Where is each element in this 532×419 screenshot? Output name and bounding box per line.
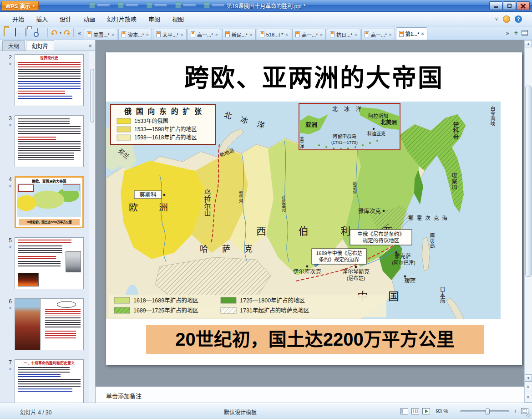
zoom-in-button[interactable]: + <box>512 408 518 414</box>
document-tab-active[interactable]: 第1...*× <box>396 27 427 40</box>
document-tab-label: 太平...* <box>162 31 178 38</box>
zoom-slider[interactable] <box>460 410 509 412</box>
label-nerchinsk: 涅尔琴斯克 <box>342 268 370 275</box>
thumb-text-lines <box>18 245 62 255</box>
slide-number: 5 <box>9 237 12 244</box>
menu-view[interactable]: 视图 <box>166 12 190 26</box>
document-tab[interactable]: 新民...*× <box>222 29 256 40</box>
slide-thumbnail-row-3[interactable]: 3 ★ <box>0 115 89 167</box>
tab-close-icon[interactable]: × <box>421 31 424 36</box>
slide-thumbnail-row-5[interactable]: 5 ★ <box>0 237 89 289</box>
thumb-text-lines <box>45 317 81 329</box>
tab-close-icon[interactable]: × <box>320 32 323 37</box>
slide-thumbnail-row-2[interactable]: 2 ★ 世界现代史 <box>0 54 89 106</box>
scroll-down-button[interactable]: ▼ <box>525 374 532 382</box>
menu-slideshow[interactable]: 幻灯片放映 <box>101 12 142 26</box>
new-document-icon[interactable]: + <box>514 29 518 36</box>
promo-icon[interactable] <box>503 15 510 23</box>
undo-dropdown-caret-icon[interactable]: ▾ <box>60 31 61 35</box>
panel-scrollbar-thumb[interactable] <box>90 69 94 123</box>
tab-scroll-left-icon[interactable]: « <box>76 30 82 36</box>
slide-canvas[interactable]: 跨欧、亚两洲的大帝国 <box>106 52 522 365</box>
slide-thumbnail[interactable] <box>15 237 84 289</box>
label-yenisei-river: 叶尼塞河 <box>281 195 286 212</box>
tab-slides[interactable]: 幻灯片 <box>26 40 54 51</box>
slide-sorter-view-button[interactable] <box>411 408 419 414</box>
panel-scrollbar[interactable] <box>89 51 95 403</box>
ribbon-collapse-icon[interactable]: ∨ <box>495 16 498 22</box>
tab-close-icon[interactable]: × <box>249 32 252 37</box>
slide-caption-box[interactable]: 20世纪初，国土达2200万平方公里 <box>146 325 484 354</box>
wps-menu-button[interactable]: WPS 演示 ▾ <box>1 1 39 10</box>
print-preview-icon[interactable] <box>35 28 45 37</box>
zoom-slider-thumb[interactable] <box>486 409 490 414</box>
help-icon[interactable]: ? <box>515 15 522 23</box>
tab-close-icon[interactable]: × <box>389 32 391 37</box>
tab-close-icon[interactable]: × <box>215 32 218 37</box>
menu-bar: 开始 插入 设计 动画 幻灯片放映 审阅 视图 ∨ ? <box>0 12 532 26</box>
scroll-up-button[interactable]: ▲ <box>525 40 532 47</box>
menu-animation[interactable]: 动画 <box>77 12 101 26</box>
document-tab[interactable]: 高一...*× <box>292 29 326 40</box>
panel-close-icon[interactable]: × <box>88 42 92 49</box>
document-icon <box>191 31 195 37</box>
normal-view-button[interactable] <box>400 408 408 414</box>
slide-thumbnail[interactable] <box>15 298 84 350</box>
document-tab[interactable]: 高一...*× <box>361 29 395 40</box>
window-resize-grip[interactable] <box>526 413 531 418</box>
slide-thumbnail[interactable]: 世界现代史 <box>15 54 84 106</box>
slide-thumbnail-current[interactable]: 跨欧、亚两洲的大帝国 20世纪初，国土达2200万平方公里 <box>15 176 84 228</box>
previous-slide-button[interactable]: « <box>525 382 532 392</box>
thumb-text-lines <box>18 126 81 135</box>
tab-close-icon[interactable]: × <box>146 32 149 37</box>
menu-design[interactable]: 设计 <box>54 12 77 26</box>
slide-thumbnail[interactable] <box>15 115 84 167</box>
quick-toolbar: ▾ « <box>1 26 84 40</box>
document-tab[interactable]: 518...t *× <box>257 29 291 40</box>
main-scrollbar-thumb[interactable] <box>525 86 532 277</box>
document-tab[interactable]: 美国...*× <box>84 29 117 40</box>
open-folder-icon[interactable] <box>3 28 12 37</box>
next-slide-button[interactable]: » <box>525 392 532 403</box>
main-scrollbar[interactable]: ▲ ▼ <box>524 40 532 382</box>
menu-home[interactable]: 开始 <box>6 12 30 26</box>
undo-icon[interactable] <box>51 29 58 36</box>
menu-review[interactable]: 审阅 <box>142 12 166 26</box>
redo-icon[interactable] <box>63 29 71 36</box>
tab-close-icon[interactable]: × <box>111 32 114 37</box>
thumb-text-lines <box>18 261 61 267</box>
slide-thumbnail-row-4-selected[interactable]: 4 ★ 跨欧、亚两洲的大帝国 20世纪初，国土达2200万平方公里 <box>0 176 89 228</box>
map-legend: 俄国向东的扩张 1533年的俄国 1533—1598年扩占的地区 1598—16… <box>111 104 215 144</box>
tab-scroll-right-icon[interactable]: » <box>505 30 511 36</box>
print-icon[interactable] <box>25 28 34 37</box>
document-tab[interactable]: 高一...*× <box>187 29 221 40</box>
tab-close-icon[interactable]: × <box>285 32 288 37</box>
window-layout-icon[interactable] <box>522 30 528 36</box>
document-tab[interactable]: 抗日...*× <box>327 29 360 40</box>
slide-title[interactable]: 跨欧、亚两洲的大帝国 <box>106 58 522 94</box>
thumb-text-lines <box>18 379 81 387</box>
thumb-photo-fire <box>18 273 39 286</box>
notes-panel[interactable]: 单击添加备注 <box>96 386 524 403</box>
slide-thumbnail-row-7[interactable]: 7 ★ 一、十月革命的胜利和历史意义 <box>0 359 89 403</box>
tab-close-icon[interactable]: × <box>354 32 357 37</box>
russia-expansion-map-image[interactable]: 北冰洋 芬兰 新地岛 欧洲 乌拉尔山 西伯利亚 哈萨克 中国 楚科奇 堪察加 鄂… <box>106 102 501 319</box>
zoom-out-button[interactable]: − <box>451 408 457 414</box>
slide-number-column: 6 ★ <box>0 298 15 350</box>
slide-thumbnail[interactable]: 一、十月革命的胜利和历史意义 <box>15 359 84 403</box>
document-tab[interactable]: 太平...*× <box>153 29 187 40</box>
minimize-button[interactable] <box>489 1 502 10</box>
maximize-button[interactable] <box>503 1 516 10</box>
tab-outline[interactable]: 大纲 <box>2 40 25 51</box>
menu-insert[interactable]: 插入 <box>30 12 54 26</box>
label-moscow: 莫斯科 <box>139 192 157 198</box>
save-icon[interactable] <box>14 28 23 37</box>
zoom-level[interactable]: 93 % <box>436 408 448 414</box>
previous-slide-icon: « <box>523 385 532 388</box>
slide-thumbnail-row-6[interactable]: 6 ★ <box>0 298 89 350</box>
document-tab[interactable]: 资本...*× <box>118 29 152 40</box>
close-button[interactable] <box>517 1 530 10</box>
slideshow-view-button[interactable] <box>422 408 430 414</box>
tab-close-icon[interactable]: × <box>180 32 183 37</box>
label-japan-sea: 日本海 <box>439 286 445 304</box>
